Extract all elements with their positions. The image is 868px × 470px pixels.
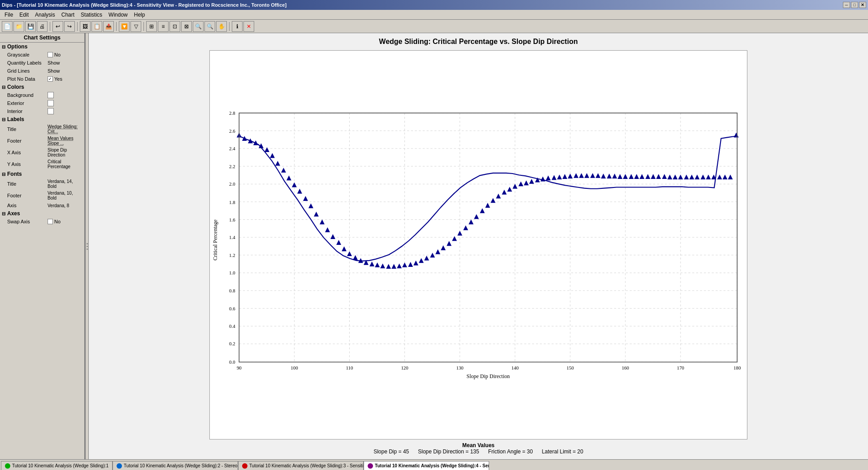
axis-font-value[interactable]: Verdana, 8 [48,203,82,208]
svg-text:2.6: 2.6 [229,128,235,134]
exterior-color-box[interactable] [48,100,54,106]
plot-no-data-checkbox[interactable] [48,76,53,82]
quantity-labels-value: Show [48,60,82,65]
svg-text:Slope Dip Direction: Slope Dip Direction [467,373,510,379]
tab-1[interactable]: Tutorial 10 Kinematic Analysis (Wedge Sl… [1,461,113,470]
svg-text:170: 170 [677,365,685,370]
filter2-button[interactable]: ▽ [130,21,141,32]
chart-container: Wedge Sliding: Critical Percentage vs. S… [89,33,868,459]
zoom-fit-button[interactable]: ⊠ [181,21,192,32]
zoom-in-button[interactable]: 🔍 [193,21,204,32]
svg-text:0.4: 0.4 [229,323,235,329]
export-button[interactable]: 📤 [103,21,114,32]
row-layout-button[interactable]: ≡ [158,21,169,32]
quantity-labels-row: Quantity Labels Show [0,59,84,67]
minimize-button[interactable]: ─ [843,2,850,8]
print-button[interactable]: 🖨 [37,21,48,32]
col-layout-button[interactable]: ⊞ [146,21,157,32]
menu-edit[interactable]: Edit [17,11,31,19]
svg-text:2.8: 2.8 [229,110,235,116]
labels-collapse-icon: ⊟ [2,117,5,122]
fonts-label: Fonts [7,171,22,177]
svg-rect-0 [239,113,737,362]
xaxis-value[interactable]: Slope Dip Direction [48,148,82,157]
redo-button[interactable]: ↪ [64,21,75,32]
filter-button[interactable]: 🔽 [119,21,130,32]
copy-bitmap-button[interactable]: 🖼 [80,21,91,32]
background-color-box[interactable] [48,92,54,98]
labels-section-header[interactable]: ⊟ Labels [0,115,84,123]
yaxis-label-prop: Y Axis [7,161,48,167]
chart-footer: Mean Values Slope Dip = 45 Slope Dip Dir… [373,442,583,455]
swap-axis-checkbox[interactable] [48,219,53,224]
interior-color-box[interactable] [48,108,54,114]
slope-dip-value: Slope Dip = 45 [373,448,409,455]
axis-font-label: Axis [7,203,48,208]
tab-4[interactable]: Tutorial 10 Kinematic Analysis (Wedge Sl… [364,461,489,470]
bottom-tabs-bar: Tutorial 10 Kinematic Analysis (Wedge Sl… [0,459,868,470]
tab-3[interactable]: Tutorial 10 Kinematic Analysis (Wedge Sl… [238,461,364,470]
plot-no-data-value: Yes [54,76,82,82]
menu-statistics[interactable]: Statistics [78,11,105,19]
chart-title: Wedge Sliding: Critical Percentage vs. S… [379,38,577,46]
copy-wmf-button[interactable]: 📋 [91,21,102,32]
options-collapse-icon: ⊟ [2,44,5,49]
maximize-button[interactable]: □ [851,2,858,8]
title-value[interactable]: Wedge Sliding: Crit... [48,124,82,134]
colors-section-header[interactable]: ⊟ Colors [0,83,84,91]
menu-file[interactable]: File [2,11,16,19]
tab-4-label: Tutorial 10 Kinematic Analysis (Wedge Sl… [375,463,489,468]
fonts-section-header[interactable]: ⊟ Fonts [0,170,84,178]
axes-section-header[interactable]: ⊟ Axes [0,209,84,218]
undo-button[interactable]: ↩ [52,21,63,32]
save-button[interactable]: 💾 [25,21,36,32]
axes-collapse-icon: ⊟ [2,211,5,216]
grid-lines-value: Show [48,68,82,74]
menu-chart[interactable]: Chart [59,11,77,19]
info-button[interactable]: ℹ [232,21,243,32]
svg-text:160: 160 [622,365,629,370]
resize-handle[interactable] [85,33,89,459]
svg-text:2.0: 2.0 [229,181,235,187]
tab-2-label: Tutorial 10 Kinematic Analysis (Wedge Sl… [124,463,238,468]
close-chart-button[interactable]: ✕ [243,21,254,32]
svg-text:130: 130 [456,365,464,370]
colors-label: Colors [7,84,24,90]
menu-bar: File Edit Analysis Chart Statistics Wind… [0,10,868,20]
axes-section-label: Axes [7,210,20,217]
swap-axis-label: Swap Axis [7,219,48,224]
exterior-color-row: Exterior [0,99,84,107]
panel-title: Chart Settings [0,33,84,43]
footer-font-value[interactable]: Verdana, 10, Bold [48,191,82,200]
app-title: Dips - [Tutorial 10 Kinematic Analysis (… [2,2,286,8]
footer-value[interactable]: Mean Values Slope ... [48,136,82,146]
title-font-value[interactable]: Verdana, 14, Bold [48,179,82,189]
yaxis-label-row: Y Axis Critical Percentage [0,158,84,170]
resize-dot-2 [87,246,88,247]
svg-text:1.8: 1.8 [229,200,235,205]
new-button[interactable]: 📄 [2,21,13,32]
zoom-out-button[interactable]: 🔍 [204,21,215,32]
fit-button[interactable]: ⊡ [169,21,180,32]
menu-analysis[interactable]: Analysis [32,11,58,19]
options-section-header[interactable]: ⊟ Options [0,43,84,51]
yaxis-value[interactable]: Critical Percentage [48,159,82,169]
svg-text:1.2: 1.2 [229,252,235,258]
tab-2[interactable]: Tutorial 10 Kinematic Analysis (Wedge Sl… [113,461,238,470]
footer-mean-values-title: Mean Values [373,442,583,448]
open-button[interactable]: 📁 [13,21,24,32]
swap-axis-row: Swap Axis No [0,218,84,226]
svg-text:1.0: 1.0 [229,270,235,275]
svg-text:Critical Percentage: Critical Percentage [212,219,218,260]
footer-label-prop: Footer [7,138,48,144]
close-button[interactable]: ✕ [859,2,866,8]
footer-font-label: Footer [7,193,48,198]
svg-text:0.8: 0.8 [229,288,235,293]
grayscale-checkbox[interactable] [48,52,53,57]
svg-text:1.6: 1.6 [229,217,235,222]
options-label: Options [7,44,27,50]
menu-window[interactable]: Window [106,11,130,19]
zoom-select-button[interactable]: ✋ [216,21,227,32]
menu-help[interactable]: Help [131,11,148,19]
main-container: Chart Settings ⊟ Options Grayscale No Qu… [0,33,868,459]
